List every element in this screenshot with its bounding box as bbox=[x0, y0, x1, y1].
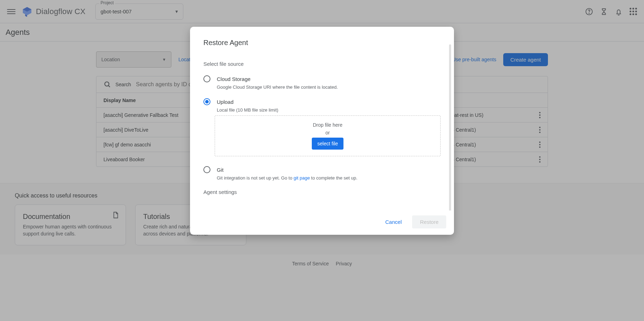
modal-footer: Cancel Restore bbox=[190, 210, 454, 235]
radio-icon bbox=[203, 75, 210, 82]
file-dropzone[interactable]: Drop file here or select file bbox=[215, 115, 441, 156]
scrollbar[interactable] bbox=[449, 44, 451, 210]
modal-scrim[interactable]: Restore Agent Select file source Cloud S… bbox=[0, 0, 644, 273]
section-agent-settings: Agent settings bbox=[203, 189, 441, 195]
radio-label: Cloud Storage bbox=[217, 76, 251, 82]
restore-button[interactable]: Restore bbox=[412, 215, 446, 228]
radio-git[interactable]: Git bbox=[203, 166, 441, 173]
radio-icon bbox=[203, 166, 210, 173]
radio-upload[interactable]: Upload bbox=[203, 98, 441, 105]
radio-label: Upload bbox=[217, 99, 234, 105]
radio-icon bbox=[203, 98, 210, 105]
or-text: or bbox=[326, 130, 330, 136]
radio-desc: Local file (10 MB file size limit) bbox=[217, 107, 441, 113]
restore-agent-dialog: Restore Agent Select file source Cloud S… bbox=[190, 27, 454, 235]
cancel-button[interactable]: Cancel bbox=[380, 215, 408, 228]
radio-cloud-storage[interactable]: Cloud Storage bbox=[203, 75, 441, 82]
radio-desc: Google Cloud Storage URI where the file … bbox=[217, 84, 441, 90]
radio-label: Git bbox=[217, 167, 223, 173]
select-file-button[interactable]: select file bbox=[312, 138, 343, 150]
section-file-source: Select file source bbox=[203, 61, 441, 67]
drop-text: Drop file here bbox=[313, 122, 342, 128]
radio-desc: Git integration is not set up yet. Go to… bbox=[217, 175, 441, 181]
git-page-link[interactable]: git page bbox=[293, 175, 310, 181]
modal-title: Restore Agent bbox=[203, 39, 441, 47]
